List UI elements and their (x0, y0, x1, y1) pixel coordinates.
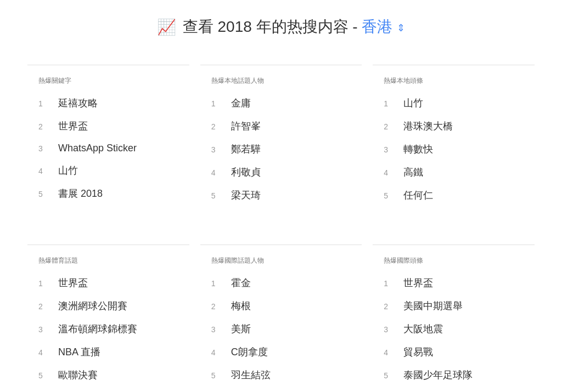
list-text: 利敬貞 (231, 166, 261, 179)
list-text: 梅根 (231, 299, 251, 313)
section-hot-international-news: 熱爆國際頭條1世界盃2美國中期選舉3大阪地震4貿易戰5泰國少年足球隊 (373, 245, 535, 392)
list-item[interactable]: 5任何仁 (384, 189, 518, 202)
list-rank: 2 (38, 122, 52, 131)
list-item[interactable]: 1世界盃 (384, 276, 518, 289)
list-rank: 3 (38, 144, 52, 153)
list-rank: 1 (38, 279, 52, 288)
list-item[interactable]: 1世界盃 (38, 276, 173, 289)
list-rank: 3 (38, 325, 52, 334)
list-item[interactable]: 2世界盃 (38, 120, 173, 133)
list-text: C朗拿度 (231, 345, 268, 359)
list-item[interactable]: 4貿易戰 (384, 345, 518, 359)
list-text: 山竹 (58, 164, 78, 177)
list-text: 金庸 (231, 96, 251, 110)
list-rank: 3 (384, 145, 397, 154)
list-rank: 5 (38, 371, 52, 380)
list-rank: 1 (384, 99, 397, 108)
list-item[interactable]: 5歐聯決賽 (38, 368, 173, 382)
list-rank: 2 (211, 122, 224, 131)
section-title-hot-sports: 熱爆體育話題 (38, 256, 173, 265)
list-rank: 2 (211, 302, 224, 311)
region-selector-arrows[interactable]: ⇕ (397, 22, 405, 33)
section-title-hot-local-news: 熱爆本地頭條 (384, 76, 518, 86)
list-rank: 1 (211, 279, 224, 288)
list-rank: 5 (211, 371, 224, 380)
list-text: 轉數快 (403, 143, 433, 156)
list-rank: 3 (211, 145, 224, 154)
list-text: 許智峯 (231, 120, 261, 133)
list-text: NBA 直播 (58, 345, 100, 359)
list-text: 延禧攻略 (58, 96, 98, 110)
list-item[interactable]: 1霍金 (211, 276, 346, 289)
list-text: 歐聯決賽 (58, 368, 98, 382)
list-rank: 4 (38, 167, 52, 175)
header-title: 查看 2018 年的热搜内容 - 香港 ⇕ (183, 16, 406, 37)
list-item[interactable]: 3美斯 (211, 322, 346, 336)
list-text: WhatsApp Sticker (58, 143, 137, 154)
list-text: 世界盃 (58, 120, 88, 133)
list-item[interactable]: 1金庸 (211, 96, 346, 110)
list-text: 溫布頓網球錦標賽 (58, 322, 137, 336)
list-item[interactable]: 3轉數快 (384, 143, 518, 156)
list-item[interactable]: 5泰國少年足球隊 (384, 368, 518, 382)
list-item[interactable]: 4高鐵 (384, 166, 518, 179)
list-text: 美斯 (231, 322, 251, 336)
section-hot-sports: 熱爆體育話題1世界盃2澳洲網球公開賽3溫布頓網球錦標賽4NBA 直播5歐聯決賽 (27, 245, 189, 392)
list-rank: 3 (211, 325, 224, 334)
list-text: 羽生結弦 (231, 368, 271, 382)
list-text: 港珠澳大橋 (403, 120, 453, 133)
section-hot-keywords: 熱爆關鍵字1延禧攻略2世界盃3WhatsApp Sticker4山竹5書展 20… (27, 65, 189, 234)
list-item[interactable]: 2澳洲網球公開賽 (38, 299, 173, 313)
section-title-hot-international-people: 熱爆國際話題人物 (211, 256, 346, 265)
list-rank: 4 (38, 348, 52, 357)
list-rank: 1 (211, 99, 224, 108)
list-text: 山竹 (403, 96, 423, 110)
list-rank: 1 (384, 279, 397, 288)
list-text: 霍金 (231, 276, 251, 289)
section-hot-international-people: 熱爆國際話題人物1霍金2梅根3美斯4C朗拿度5羽生結弦 (200, 245, 362, 392)
list-rank: 4 (211, 168, 224, 177)
list-rank: 1 (38, 99, 52, 108)
list-item[interactable]: 4NBA 直播 (38, 345, 173, 359)
list-rank: 4 (384, 348, 397, 357)
list-text: 世界盃 (58, 276, 88, 289)
list-item[interactable]: 1延禧攻略 (38, 96, 173, 110)
list-item[interactable]: 3鄭若驊 (211, 143, 346, 156)
list-item[interactable]: 5書展 2018 (38, 187, 173, 200)
list-item[interactable]: 3大阪地震 (384, 322, 518, 336)
section-title-hot-international-news: 熱爆國際頭條 (384, 256, 518, 265)
list-rank: 2 (384, 122, 397, 131)
list-rank: 5 (211, 191, 224, 200)
list-item[interactable]: 4利敬貞 (211, 166, 346, 179)
section-title-hot-keywords: 熱爆關鍵字 (38, 76, 173, 86)
list-rank: 3 (384, 325, 397, 334)
region-label[interactable]: 香港 (362, 18, 392, 35)
list-text: 書展 2018 (58, 187, 103, 200)
list-item[interactable]: 5梁天琦 (211, 189, 346, 202)
list-text: 澳洲網球公開賽 (58, 299, 127, 313)
list-rank: 5 (384, 191, 397, 200)
list-item[interactable]: 2許智峯 (211, 120, 346, 133)
list-item[interactable]: 3WhatsApp Sticker (38, 143, 173, 154)
list-item[interactable]: 4C朗拿度 (211, 345, 346, 359)
list-text: 高鐵 (403, 166, 423, 179)
list-item[interactable]: 4山竹 (38, 164, 173, 177)
list-rank: 5 (38, 190, 52, 198)
list-rank: 2 (384, 302, 397, 311)
list-item[interactable]: 5羽生結弦 (211, 368, 346, 382)
section-title-hot-local-people: 熱爆本地話題人物 (211, 76, 346, 86)
list-rank: 4 (384, 168, 397, 177)
page-header: 📈 查看 2018 年的热搜内容 - 香港 ⇕ (0, 0, 562, 59)
trend-icon: 📈 (157, 18, 176, 36)
list-rank: 2 (38, 302, 52, 311)
list-text: 貿易戰 (403, 345, 433, 359)
list-item[interactable]: 2美國中期選舉 (384, 299, 518, 313)
list-item[interactable]: 1山竹 (384, 96, 518, 110)
list-rank: 5 (384, 371, 397, 380)
list-item[interactable]: 2梅根 (211, 299, 346, 313)
list-item[interactable]: 3溫布頓網球錦標賽 (38, 322, 173, 336)
list-text: 大阪地震 (403, 322, 443, 336)
list-text: 世界盃 (403, 276, 433, 289)
list-item[interactable]: 2港珠澳大橋 (384, 120, 518, 133)
list-text: 梁天琦 (231, 189, 261, 202)
